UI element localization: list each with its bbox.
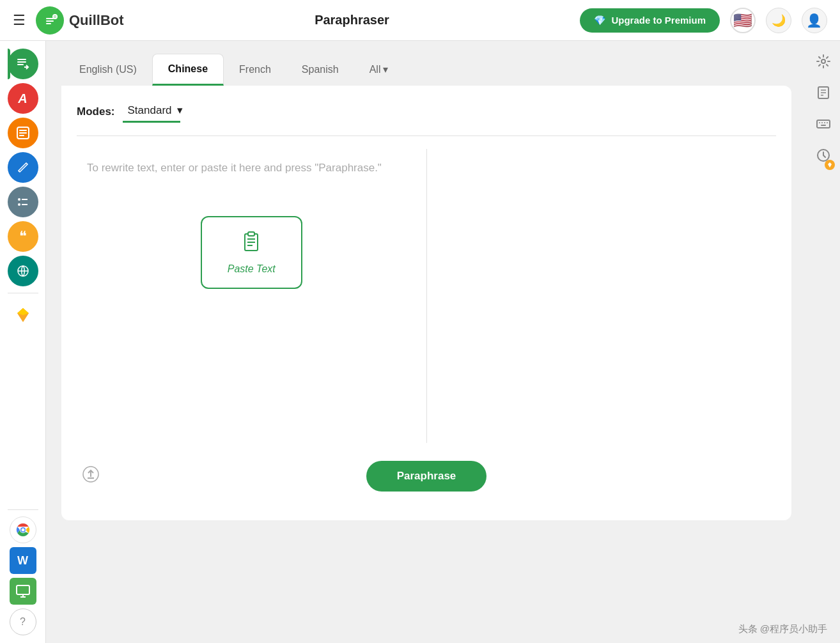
svg-rect-9 [17, 61, 26, 63]
main-card: Modes: Standard ▾ To rewrite text, enter… [61, 86, 791, 520]
language-tabs: English (US) Chinese French Spanish All … [61, 54, 791, 86]
top-navigation: ☰ QuillBot Paraphraser 💎 Upgrade to Prem… [0, 0, 840, 41]
paraphrase-button[interactable]: Paraphrase [366, 461, 487, 492]
svg-point-16 [18, 203, 20, 206]
all-chevron-icon: ▾ [383, 63, 388, 75]
clipboard-icon [240, 230, 263, 258]
premium-diamond-icon [15, 307, 31, 323]
svg-rect-47 [821, 125, 826, 126]
tab-english[interactable]: English (US) [64, 55, 152, 86]
tab-all[interactable]: All ▾ [354, 54, 404, 86]
sidebar-separator [8, 293, 38, 293]
grammar-icon: A [18, 91, 27, 106]
editor-placeholder: To rewrite text, enter or paste it here … [87, 159, 416, 178]
main-layout: A ❝ [0, 41, 840, 643]
paste-button-container: Paste Text [87, 216, 416, 289]
monitor-icon [15, 584, 31, 599]
upload-icon [82, 465, 100, 483]
svg-rect-12 [19, 130, 27, 131]
sidebar-item-modes[interactable] [8, 187, 38, 217]
paraphrase-label: Paraphrase [397, 470, 456, 482]
quotes-icon: ❝ [19, 228, 27, 245]
upgrade-button[interactable]: 💎 Upgrade to Premium [580, 8, 720, 33]
help-icon: ? [20, 616, 26, 628]
page-title: Paraphraser [315, 13, 389, 27]
left-sidebar: A ❝ [0, 41, 46, 643]
sidebar-item-help[interactable]: ? [10, 608, 36, 635]
svg-rect-32 [248, 232, 254, 236]
sidebar-item-monitor[interactable] [10, 578, 36, 605]
svg-rect-42 [817, 120, 830, 128]
sidebar-item-summarizer[interactable] [8, 118, 38, 148]
svg-rect-13 [19, 132, 27, 134]
moon-icon: 🌙 [772, 13, 786, 27]
editor-output-panel [427, 149, 777, 443]
modes-icon [16, 195, 30, 209]
mode-selector[interactable]: Standard ▾ [123, 101, 188, 123]
sidebar-separator-2 [8, 509, 38, 510]
svg-point-27 [21, 529, 24, 532]
svg-rect-28 [17, 585, 29, 594]
summarizer-icon [16, 126, 30, 140]
notes-icon[interactable] [816, 85, 831, 104]
word-icon: W [17, 554, 28, 568]
settings-icon[interactable] [816, 54, 831, 72]
sidebar-item-grammar[interactable]: A [8, 83, 38, 114]
keyboard-icon[interactable] [816, 116, 831, 135]
sidebar-item-writer[interactable] [8, 152, 38, 183]
content-area: English (US) Chinese French Spanish All … [46, 41, 807, 643]
tab-french[interactable]: French [224, 55, 286, 86]
sidebar-bottom: W ? [8, 507, 38, 635]
svg-rect-2 [46, 20, 54, 22]
user-profile-button[interactable]: 👤 [802, 8, 827, 33]
svg-rect-10 [17, 64, 24, 65]
paraphraser-svg [15, 56, 31, 72]
dark-mode-toggle[interactable]: 🌙 [766, 8, 791, 33]
sidebar-item-paraphraser[interactable] [8, 49, 38, 79]
modes-label: Modes: [77, 105, 115, 118]
quillbot-svg [41, 12, 59, 29]
sidebar-item-premium[interactable] [8, 300, 38, 330]
logo[interactable]: QuillBot [36, 6, 124, 35]
premium-badge [825, 160, 835, 170]
paraphraser-icon[interactable] [8, 49, 38, 79]
diamond-icon: 💎 [594, 15, 606, 26]
logo-text: QuillBot [69, 12, 124, 29]
svg-point-15 [18, 198, 20, 201]
mode-dropdown[interactable]: Standard ▾ [123, 101, 188, 120]
upgrade-label: Upgrade to Premium [611, 15, 706, 26]
bottom-bar: Paraphrase [77, 451, 776, 494]
editor-input-panel: To rewrite text, enter or paste it here … [77, 149, 427, 443]
chrome-icon [13, 520, 33, 540]
language-flag-button[interactable]: 🇺🇸 [730, 8, 756, 33]
menu-button[interactable]: ☰ [13, 12, 26, 29]
tab-spanish[interactable]: Spanish [286, 55, 354, 86]
svg-marker-49 [828, 162, 832, 167]
paste-text-label: Paste Text [228, 263, 276, 275]
right-sidebar [807, 41, 840, 643]
watermark: 头条 @程序员小助手 [738, 623, 827, 635]
svg-point-37 [821, 59, 825, 63]
sidebar-item-chrome[interactable] [10, 516, 36, 543]
mode-underline [123, 121, 180, 123]
writer-icon [16, 160, 30, 174]
modes-row: Modes: Standard ▾ [77, 101, 776, 123]
logo-icon [36, 6, 64, 35]
upload-button[interactable] [82, 465, 100, 487]
history-icon[interactable] [816, 148, 831, 166]
editor-layout: To rewrite text, enter or paste it here … [77, 149, 776, 443]
svg-rect-8 [17, 59, 26, 60]
tab-chinese[interactable]: Chinese [152, 54, 224, 86]
us-flag-icon: 🇺🇸 [733, 12, 752, 29]
editor-divider [77, 136, 776, 136]
svg-rect-14 [19, 135, 24, 136]
mode-chevron-icon: ▾ [177, 104, 183, 117]
sidebar-item-word[interactable]: W [10, 547, 36, 574]
paste-text-button[interactable]: Paste Text [201, 216, 302, 289]
svg-rect-1 [46, 18, 54, 19]
svg-rect-3 [46, 23, 51, 24]
mode-selected-value: Standard [128, 104, 172, 117]
sidebar-item-quotes[interactable]: ❝ [8, 221, 38, 252]
translate-icon [16, 264, 30, 278]
sidebar-item-translate[interactable] [8, 256, 38, 286]
